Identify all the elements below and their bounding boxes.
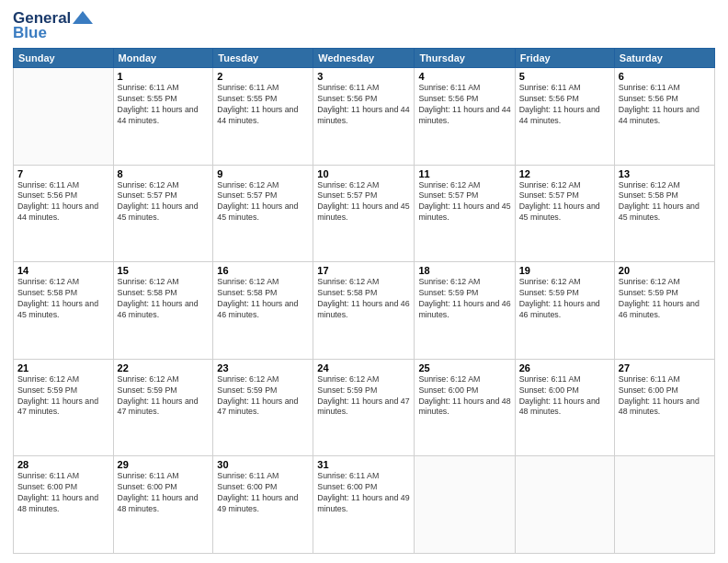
sunrise-text: Sunrise: 6:12 AM xyxy=(118,374,210,385)
day-number: 21 xyxy=(17,362,109,373)
day-info: Sunrise: 6:11 AMSunset: 6:00 PMDaylight:… xyxy=(17,471,109,515)
day-cell: 4Sunrise: 6:11 AMSunset: 5:56 PMDaylight… xyxy=(415,68,515,166)
daylight-text: Daylight: 11 hours and 47 minutes. xyxy=(17,396,109,419)
day-number: 22 xyxy=(118,362,210,373)
sunrise-text: Sunrise: 6:12 AM xyxy=(217,180,309,191)
sunset-text: Sunset: 6:00 PM xyxy=(317,482,410,493)
day-cell: 22Sunrise: 6:12 AMSunset: 5:59 PMDayligh… xyxy=(113,359,213,456)
sunset-text: Sunset: 5:57 PM xyxy=(217,190,309,201)
daylight-text: Daylight: 11 hours and 45 minutes. xyxy=(418,201,510,224)
daylight-text: Daylight: 11 hours and 48 minutes. xyxy=(118,493,210,515)
daylight-text: Daylight: 11 hours and 47 minutes. xyxy=(317,396,410,419)
day-info: Sunrise: 6:11 AMSunset: 6:00 PMDaylight:… xyxy=(619,374,711,419)
sunrise-text: Sunrise: 6:12 AM xyxy=(118,180,210,191)
daylight-text: Daylight: 11 hours and 45 minutes. xyxy=(118,201,210,224)
logo-blue: Blue xyxy=(13,24,47,42)
day-info: Sunrise: 6:12 AMSunset: 5:59 PMDaylight:… xyxy=(17,374,109,419)
sunrise-text: Sunrise: 6:11 AM xyxy=(519,83,610,94)
logo-text-block: General Blue xyxy=(13,9,93,42)
sunset-text: Sunset: 5:55 PM xyxy=(118,94,210,105)
daylight-text: Daylight: 11 hours and 45 minutes. xyxy=(619,201,711,224)
day-cell: 17Sunrise: 6:12 AMSunset: 5:58 PMDayligh… xyxy=(313,262,415,360)
col-header-friday: Friday xyxy=(515,49,614,68)
sunset-text: Sunset: 5:59 PM xyxy=(519,288,610,299)
daylight-text: Daylight: 11 hours and 44 minutes. xyxy=(519,105,610,127)
day-info: Sunrise: 6:12 AMSunset: 5:57 PMDaylight:… xyxy=(118,180,210,224)
daylight-text: Daylight: 11 hours and 44 minutes. xyxy=(118,105,210,127)
sunset-text: Sunset: 5:56 PM xyxy=(619,94,711,105)
day-cell: 1Sunrise: 6:11 AMSunset: 5:55 PMDaylight… xyxy=(113,68,213,166)
day-info: Sunrise: 6:12 AMSunset: 5:57 PMDaylight:… xyxy=(217,180,309,224)
day-info: Sunrise: 6:12 AMSunset: 5:58 PMDaylight:… xyxy=(17,277,109,321)
daylight-text: Daylight: 11 hours and 46 minutes. xyxy=(118,299,210,321)
col-header-monday: Monday xyxy=(113,49,213,68)
day-number: 25 xyxy=(418,362,510,373)
sunrise-text: Sunrise: 6:11 AM xyxy=(217,83,309,94)
day-cell: 2Sunrise: 6:11 AMSunset: 5:55 PMDaylight… xyxy=(213,68,313,166)
day-info: Sunrise: 6:12 AMSunset: 5:59 PMDaylight:… xyxy=(217,374,309,419)
day-cell: 6Sunrise: 6:11 AMSunset: 5:56 PMDaylight… xyxy=(614,68,714,166)
day-cell xyxy=(515,456,614,554)
sunrise-text: Sunrise: 6:12 AM xyxy=(317,180,410,191)
calendar-table: SundayMondayTuesdayWednesdayThursdayFrid… xyxy=(13,48,715,554)
day-number: 16 xyxy=(217,265,309,276)
day-number: 19 xyxy=(519,265,610,276)
sunset-text: Sunset: 5:57 PM xyxy=(418,190,510,201)
day-number: 11 xyxy=(418,168,510,179)
day-info: Sunrise: 6:11 AMSunset: 5:55 PMDaylight:… xyxy=(118,83,210,127)
day-number: 23 xyxy=(217,362,309,373)
day-cell: 23Sunrise: 6:12 AMSunset: 5:59 PMDayligh… xyxy=(213,359,313,456)
day-number: 12 xyxy=(519,168,610,179)
day-info: Sunrise: 6:12 AMSunset: 6:00 PMDaylight:… xyxy=(418,374,510,419)
daylight-text: Daylight: 11 hours and 45 minutes. xyxy=(217,201,309,224)
day-cell: 26Sunrise: 6:11 AMSunset: 6:00 PMDayligh… xyxy=(515,359,614,456)
day-cell: 30Sunrise: 6:11 AMSunset: 6:00 PMDayligh… xyxy=(213,456,313,554)
day-number: 29 xyxy=(118,459,210,470)
day-cell: 12Sunrise: 6:12 AMSunset: 5:57 PMDayligh… xyxy=(515,165,614,262)
day-number: 20 xyxy=(619,265,711,276)
sunset-text: Sunset: 5:58 PM xyxy=(217,288,309,299)
sunset-text: Sunset: 5:58 PM xyxy=(17,288,109,299)
day-cell: 25Sunrise: 6:12 AMSunset: 6:00 PMDayligh… xyxy=(415,359,515,456)
day-cell: 16Sunrise: 6:12 AMSunset: 5:58 PMDayligh… xyxy=(213,262,313,360)
sunset-text: Sunset: 5:59 PM xyxy=(418,288,510,299)
sunset-text: Sunset: 5:59 PM xyxy=(217,385,309,396)
daylight-text: Daylight: 11 hours and 48 minutes. xyxy=(418,396,510,419)
daylight-text: Daylight: 11 hours and 48 minutes. xyxy=(619,396,711,419)
daylight-text: Daylight: 11 hours and 46 minutes. xyxy=(519,299,610,321)
sunrise-text: Sunrise: 6:12 AM xyxy=(217,277,309,288)
day-number: 27 xyxy=(619,362,711,373)
day-info: Sunrise: 6:11 AMSunset: 5:56 PMDaylight:… xyxy=(17,180,109,224)
day-info: Sunrise: 6:12 AMSunset: 5:59 PMDaylight:… xyxy=(418,277,510,321)
day-cell: 24Sunrise: 6:12 AMSunset: 5:59 PMDayligh… xyxy=(313,359,415,456)
daylight-text: Daylight: 11 hours and 44 minutes. xyxy=(17,201,109,224)
day-number: 9 xyxy=(217,168,309,179)
sunset-text: Sunset: 5:59 PM xyxy=(317,385,410,396)
week-row-5: 28Sunrise: 6:11 AMSunset: 6:00 PMDayligh… xyxy=(14,456,715,554)
day-number: 7 xyxy=(17,168,109,179)
day-number: 2 xyxy=(217,71,309,82)
sunset-text: Sunset: 5:59 PM xyxy=(619,288,711,299)
day-info: Sunrise: 6:12 AMSunset: 5:58 PMDaylight:… xyxy=(217,277,309,321)
week-row-2: 7Sunrise: 6:11 AMSunset: 5:56 PMDaylight… xyxy=(14,165,715,262)
sunset-text: Sunset: 6:00 PM xyxy=(217,482,309,493)
daylight-text: Daylight: 11 hours and 46 minutes. xyxy=(619,299,711,321)
day-cell: 18Sunrise: 6:12 AMSunset: 5:59 PMDayligh… xyxy=(415,262,515,360)
day-number: 10 xyxy=(317,168,410,179)
day-info: Sunrise: 6:11 AMSunset: 5:56 PMDaylight:… xyxy=(619,83,711,127)
sunrise-text: Sunrise: 6:12 AM xyxy=(619,277,711,288)
day-info: Sunrise: 6:12 AMSunset: 5:57 PMDaylight:… xyxy=(317,180,410,224)
daylight-text: Daylight: 11 hours and 47 minutes. xyxy=(118,396,210,419)
daylight-text: Daylight: 11 hours and 45 minutes. xyxy=(317,201,410,224)
day-info: Sunrise: 6:11 AMSunset: 5:56 PMDaylight:… xyxy=(418,83,510,127)
day-info: Sunrise: 6:12 AMSunset: 5:59 PMDaylight:… xyxy=(619,277,711,321)
day-number: 3 xyxy=(317,71,410,82)
sunrise-text: Sunrise: 6:12 AM xyxy=(418,180,510,191)
sunset-text: Sunset: 5:57 PM xyxy=(519,190,610,201)
day-cell xyxy=(14,68,114,166)
sunrise-text: Sunrise: 6:11 AM xyxy=(118,471,210,482)
day-info: Sunrise: 6:12 AMSunset: 5:58 PMDaylight:… xyxy=(118,277,210,321)
day-cell xyxy=(415,456,515,554)
day-info: Sunrise: 6:11 AMSunset: 6:00 PMDaylight:… xyxy=(217,471,309,515)
day-cell xyxy=(614,456,714,554)
